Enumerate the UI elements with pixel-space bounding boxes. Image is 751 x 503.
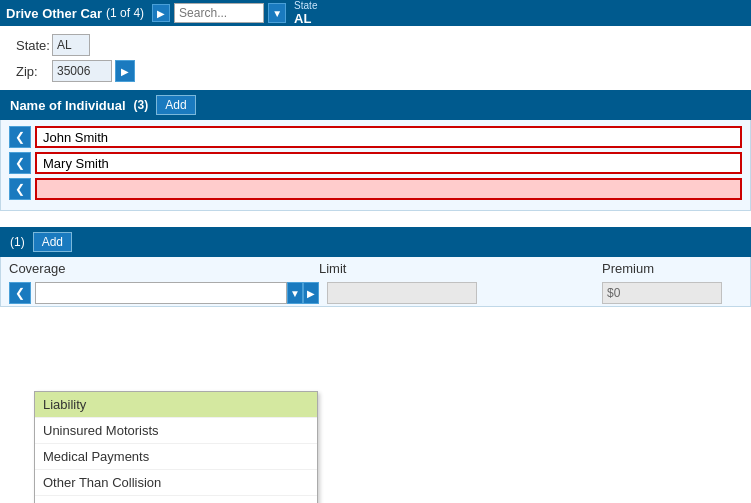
individuals-header: Name of Individual (3) Add: [0, 90, 751, 120]
state-display: State AL: [294, 0, 317, 26]
individuals-list: ❮ ❮ ❮: [0, 120, 751, 211]
coverage-add-button[interactable]: Add: [33, 232, 72, 252]
zip-label: Zip:: [16, 64, 52, 79]
record-count: (1 of 4): [106, 6, 144, 20]
zip-go-button[interactable]: ▶: [115, 60, 135, 82]
coverage-select-wrap: ▼ ▶: [35, 282, 319, 304]
individual-row-2: ❮: [9, 152, 742, 174]
individuals-count: (3): [134, 98, 149, 112]
dropdown-item-liability[interactable]: Liability: [35, 392, 317, 418]
coverage-input[interactable]: [35, 282, 287, 304]
coverage-dropdown-btn[interactable]: ▼: [287, 282, 303, 304]
state-value: AL: [294, 11, 317, 26]
search-input[interactable]: [174, 3, 264, 23]
dropdown-item-other-collision[interactable]: Other Than Collision: [35, 470, 317, 496]
window-title: Drive Other Car: [6, 6, 102, 21]
individual-input-3[interactable]: [35, 178, 742, 200]
zip-input[interactable]: [52, 60, 112, 82]
coverage-premium-input: [602, 282, 722, 304]
state-label: State: [294, 0, 317, 11]
state-input[interactable]: [52, 34, 90, 56]
dropdown-item-uninsured[interactable]: Uninsured Motorists: [35, 418, 317, 444]
coverage-body: Coverage Limit Premium ❮ ▼ ▶: [0, 257, 751, 307]
state-label: State:: [16, 38, 52, 53]
nav-next-button[interactable]: ▶: [152, 4, 170, 22]
individuals-add-button[interactable]: Add: [156, 95, 195, 115]
individuals-title: Name of Individual: [10, 98, 126, 113]
dropdown-item-collision[interactable]: Collision: [35, 496, 317, 503]
coverage-col-headers: Coverage Limit Premium: [1, 257, 750, 280]
coverage-go-btn[interactable]: ▶: [303, 282, 319, 304]
state-row: State:: [16, 34, 735, 56]
coverage-row-1: ❮ ▼ ▶: [1, 280, 750, 306]
coverage-row-icon[interactable]: ❮: [9, 282, 31, 304]
individual-icon-1[interactable]: ❮: [9, 126, 31, 148]
zip-row: Zip: ▶: [16, 60, 735, 82]
coverage-header: (1) Add: [0, 227, 751, 257]
form-section: State: Zip: ▶: [0, 26, 751, 90]
individual-input-1[interactable]: [35, 126, 742, 148]
individual-icon-2[interactable]: ❮: [9, 152, 31, 174]
individual-row-1: ❮: [9, 126, 742, 148]
col-premium: Premium: [602, 261, 742, 276]
coverage-dropdown-menu: Liability Uninsured Motorists Medical Pa…: [34, 391, 318, 503]
col-limit: Limit: [319, 261, 602, 276]
col-coverage: Coverage: [9, 261, 319, 276]
search-dropdown-button[interactable]: ▼: [268, 3, 286, 23]
coverage-limit-input: [327, 282, 477, 304]
top-bar: Drive Other Car (1 of 4) ▶ ▼ State AL: [0, 0, 751, 26]
coverage-count: (1): [10, 235, 25, 249]
individual-input-2[interactable]: [35, 152, 742, 174]
individual-row-3: ❮: [9, 178, 742, 200]
individual-icon-3[interactable]: ❮: [9, 178, 31, 200]
dropdown-item-medical[interactable]: Medical Payments: [35, 444, 317, 470]
